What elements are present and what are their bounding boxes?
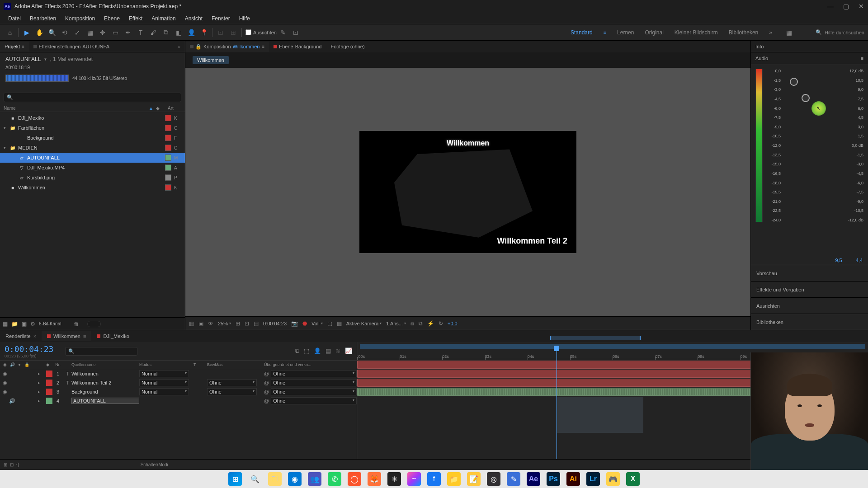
eraser-tool-icon[interactable]: ◧ [172,26,185,39]
project-toggle[interactable] [87,321,101,327]
extra-tool-1-icon[interactable]: ⊡ [214,26,227,39]
extra-tool-2-icon[interactable]: ⊞ [227,26,240,39]
resolution-dropdown[interactable]: Voll ▾ [311,321,323,326]
project-tree[interactable]: ■ DJI_Mexiko K▾ 📁 Farbflächen C Backgrou… [0,112,185,317]
snap-extend-icon[interactable]: ⊡ [289,26,302,39]
track-matte-dropdown[interactable]: Ohne▾ [207,388,257,395]
eye-icon[interactable]: ◉ [2,380,8,386]
col-name[interactable]: Name [4,106,149,111]
label-col-icon[interactable]: ◆ [46,362,52,367]
timeline-layer[interactable]: ◉ ▸ 3 Background Normal▾ Ohne▾ @ Ohne▾ [0,387,357,396]
project-item[interactable]: Background F [0,133,185,143]
work-area-bar[interactable] [360,344,865,349]
parent-dropdown[interactable]: Ohne▾ [271,379,357,386]
project-item[interactable]: ▾ 📁 MEDIEN C [0,143,185,153]
taskbar-messenger-icon[interactable]: ~ [407,472,421,486]
pickwhip-icon[interactable]: @ [264,371,269,376]
taskbar-whatsapp-icon[interactable]: ✆ [328,472,341,486]
tab-project[interactable]: Projekt ≡ [0,42,29,52]
pickwhip-icon[interactable]: @ [264,389,269,394]
tab-timeline-willkommen[interactable]: Willkommen ≡ [42,331,91,341]
selection-tool-icon[interactable]: ▶ [20,26,33,39]
timeline-layer[interactable]: ◉ ▸ 2 T Willkommen Teil 2 Normal▾ Ohne▾ … [0,378,357,387]
interpret-footage-icon[interactable]: ▦ [3,321,8,327]
mode-dropdown[interactable]: Normal▾ [139,379,189,386]
menu-animation[interactable]: Animation [147,14,180,23]
timeline-icon[interactable]: ↻ [439,320,443,327]
ruler-icon[interactable]: ▤ [254,320,259,327]
menu-datei[interactable]: Datei [4,14,25,23]
pickwhip-icon[interactable]: @ [264,380,269,385]
layer-label[interactable] [46,398,52,404]
panel-vorschau[interactable]: Vorschau [751,265,868,281]
graph-editor-icon[interactable]: 📈 [345,347,352,355]
maximize-icon[interactable]: ▢ [843,3,849,9]
hand-tool-icon[interactable]: ✋ [33,26,46,39]
shape-tool-icon[interactable]: ▭ [109,26,122,39]
minimize-icon[interactable]: — [827,3,834,9]
composition-viewer[interactable]: Willkommen Willkommen Teil 2 [185,68,750,316]
pickwhip-icon[interactable]: @ [264,398,269,404]
taskbar-sticky-notes-icon[interactable]: 📝 [467,472,481,486]
audio-panel-header[interactable]: Audio ≡ [751,52,868,64]
puppet-tool-icon[interactable]: 📍 [198,26,210,39]
taskbar-search-icon[interactable]: 🔍 [248,472,262,486]
parent-dropdown[interactable]: Ohne▾ [271,370,357,377]
orbit-tool-icon[interactable]: ⟲ [58,26,71,39]
layer-label[interactable] [46,371,52,377]
track-matte-dropdown[interactable]: Ohne▾ [207,379,257,386]
new-comp-icon[interactable]: ▣ [22,321,27,327]
schalter-modi[interactable]: Schalter/Modi [141,462,168,467]
views-dropdown[interactable]: 1 Ans... ▾ [386,321,406,326]
camera-tool-icon[interactable]: ▦ [84,26,96,39]
taskbar-app-dark-icon[interactable]: ✳ [387,472,401,486]
exposure-value[interactable]: +0,0 [448,321,458,326]
panel-effekte-und-vorgaben[interactable]: Effekte und Vorgaben [751,281,868,297]
taskbar-brave-icon[interactable]: ◯ [348,472,361,486]
eye-col-icon[interactable]: ◉ [2,362,8,367]
timeline-layer[interactable]: 🔊 ▸ 4 AUTOUNFALL @ Ohne▾ [0,396,357,405]
guides-icon[interactable]: ⊡ [245,320,249,327]
clone-tool-icon[interactable]: ⧉ [160,26,172,39]
taskbar-edge-icon[interactable]: ◉ [288,472,302,486]
brush-tool-icon[interactable]: 🖌 [147,26,160,39]
project-item[interactable]: ▽ DJI_Mexiko.MP4 A [0,163,185,173]
taskbar-game-icon[interactable]: 🎮 [606,472,620,486]
solo-col-icon[interactable]: ● [16,362,23,367]
taskbar-lightroom-icon[interactable]: Lr [586,472,600,486]
toggle-options-icon[interactable]: {} [16,462,19,467]
lock-col-icon[interactable]: 🔒 [24,362,30,367]
panel-bibliotheken[interactable]: Bibliotheken [751,314,868,330]
tab-timeline-mexiko[interactable]: DJI_Mexiko [91,331,134,341]
timeline-layer[interactable]: ◉ ▸ 1 T Willkommen Normal▾ @ Ohne▾ [0,369,357,378]
col-art[interactable]: Art [168,106,181,111]
panel-ausrichten[interactable]: Ausrichten [751,297,868,314]
project-item[interactable]: ▱ AUTOUNFALL M [0,153,185,163]
project-item[interactable]: ▱ Kursbild.png P [0,173,185,183]
menu-ansicht[interactable]: Ansicht [180,14,207,23]
render-icon[interactable]: ⧉ [419,320,423,327]
tab-footage[interactable]: Footage (ohne) [326,42,369,52]
home-icon[interactable]: ⌂ [4,26,16,39]
workspace-lernen[interactable]: Lernen [617,29,634,36]
roi-icon[interactable]: ▢ [327,320,332,327]
workspace-bibliotheken[interactable]: Bibliotheken [729,29,758,36]
snap-checkbox[interactable]: Ausrichten [245,29,277,35]
motion-blur-icon[interactable]: ≋ [335,347,340,355]
project-item[interactable]: ■ Willkommen K [0,183,185,192]
flowchart-comp[interactable]: Willkommen [193,56,229,64]
grid-icon[interactable]: ⊞ [236,320,240,327]
snap-options-icon[interactable]: ✎ [277,26,289,39]
pen-tool-icon[interactable]: ✒ [122,26,134,39]
channel-icon[interactable]: ⬣ [302,320,307,327]
expand-icon[interactable]: ▸ [35,389,40,394]
draft3d-icon[interactable]: ⬚ [304,347,309,355]
audio-level-knob-l[interactable] [790,78,798,86]
menu-hilfe[interactable]: Hilfe [235,14,255,23]
speaker-icon[interactable]: 🔊 [9,398,15,404]
timeline-search[interactable]: 🔍 [65,347,137,356]
eye-icon[interactable] [2,398,8,404]
project-settings-icon[interactable]: ⚙ [30,321,35,327]
eye-icon[interactable]: ◉ [2,371,8,377]
transparency-icon[interactable]: ▦ [337,320,342,327]
